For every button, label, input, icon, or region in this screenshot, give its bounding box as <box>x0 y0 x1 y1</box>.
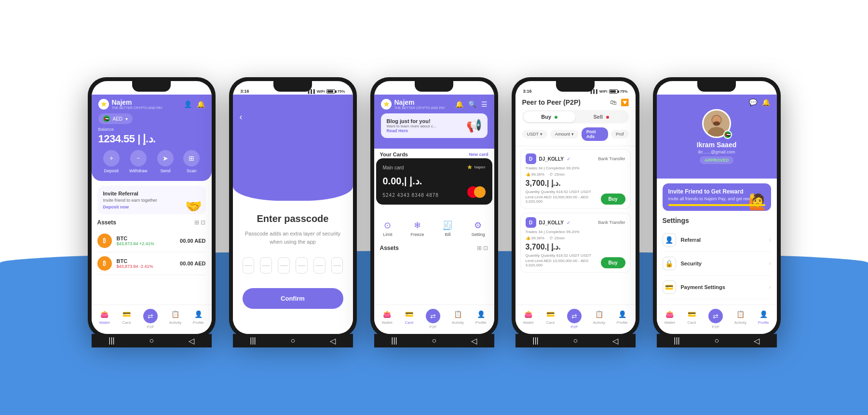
nav-profile-1[interactable]: 👤 Profile <box>193 309 204 329</box>
nav-card-5[interactable]: 💳 Card <box>686 309 697 329</box>
dot-5[interactable]: — <box>313 257 326 274</box>
nav-card-1[interactable]: 💳 Card <box>121 309 132 329</box>
wallet-nav-icon-5: 👛 <box>664 309 675 319</box>
amount-filter[interactable]: Amount ▾ <box>550 130 579 138</box>
sell-tab[interactable]: Sell <box>575 111 627 122</box>
usdt-filter[interactable]: USDT ▾ <box>522 130 548 138</box>
dot-2[interactable]: — <box>260 257 272 274</box>
dot-3[interactable]: — <box>278 257 290 274</box>
p3-assets-icons[interactable]: ⊞ ⊡ <box>477 245 488 251</box>
buy-tab[interactable]: Buy <box>524 111 576 122</box>
nav-p2p-4[interactable]: ⇄ P2P <box>567 309 582 329</box>
limit-icon: ⊙ <box>384 220 391 231</box>
limit-btn[interactable]: ⊙ Limit <box>383 220 392 237</box>
freeze-btn[interactable]: ❄ Freeze <box>410 220 424 237</box>
seller-info-1: D DJ_KOLLY ✓ <box>526 153 570 164</box>
status-right-5: ▐▐▐ WiFi 70% <box>731 89 769 94</box>
p2p-nav-icon-1: ⇄ <box>143 309 158 323</box>
person-icon-1[interactable]: 👤 <box>184 100 192 108</box>
settings-referral[interactable]: 👤 Referral › <box>663 228 771 252</box>
filter-icon[interactable]: 🔽 <box>621 98 629 106</box>
nav-activity-4[interactable]: 📋 Activity <box>593 309 605 329</box>
home-bar-3: ||| ○ ◁ <box>374 334 494 347</box>
battery-5 <box>750 89 759 94</box>
nav-profile-3[interactable]: 👤 Profile <box>475 309 487 329</box>
bottom-nav-3: 👛 Wallet 💳 Card ⇄ P2P 📋 Activity <box>374 304 494 334</box>
cards-header: ⭐ Najem THE BETTER CRYPTO AND PAY 🔔 🔍 ☰ <box>374 95 494 149</box>
new-card-btn[interactable]: New card <box>469 152 488 157</box>
settings-security[interactable]: 🔒 Security › <box>663 252 771 276</box>
nav-activity-1[interactable]: 📋 Activity <box>169 309 181 329</box>
trades-stat-1: Trades 34 | Completion 99.20% <box>526 166 580 170</box>
confirm-button[interactable]: Confirm <box>243 288 343 309</box>
nav-activity-5[interactable]: 📋 Activity <box>734 309 746 329</box>
najem-logo-1: ⭐ <box>98 99 109 110</box>
settings-payment[interactable]: 💳 Payment Settings › <box>663 276 771 299</box>
activity-nav-icon-5: 📋 <box>735 309 746 319</box>
nav-card-4[interactable]: 💳 Card <box>545 309 556 329</box>
cards-body: Assets ⊞ ⊡ <box>374 241 494 304</box>
nav-profile-4[interactable]: 👤 Profile <box>617 309 628 329</box>
seller-name-2: DJ_KOLLY <box>539 220 564 225</box>
dot-1[interactable]: — <box>243 257 255 274</box>
scan-btn[interactable]: ⊞ Scan <box>183 150 200 173</box>
nav-wallet-4[interactable]: 👛 Wallet <box>523 309 533 329</box>
dot-6[interactable]: — <box>331 257 343 274</box>
btc-icon-2: ₿ <box>97 256 112 271</box>
menu-icon-3[interactable]: ☰ <box>481 100 488 108</box>
withdraw-btn[interactable]: － Withdraw <box>129 150 148 173</box>
post-ads-btn[interactable]: Post Ads <box>582 127 608 141</box>
chat-icon-5[interactable]: 💬 <box>749 98 757 106</box>
brand-sub-1: THE BETTER CRYPTO AND PAY <box>112 106 163 110</box>
thumbs-2: 👍 99.36% <box>526 236 544 240</box>
phone-wallet: 3:16 ▐▐▐▐ WiFi 75% ⭐ Najem <box>88 77 216 338</box>
deposit-btn[interactable]: ＋ Deposit <box>103 150 120 173</box>
bell-icon-3[interactable]: 🔔 <box>455 100 463 108</box>
nav-wallet-5[interactable]: 👛 Wallet <box>664 309 675 329</box>
assets-view-icons[interactable]: ⊞ ⊡ <box>194 219 205 226</box>
wallet-body: Invite Referral Invite friend to earn to… <box>92 181 212 304</box>
card-nav-icon-4: 💳 <box>545 309 556 319</box>
buy-btn-2[interactable]: Buy <box>601 257 625 268</box>
bag-icon[interactable]: 🛍 <box>610 98 617 106</box>
nav-wallet-1[interactable]: 👛 Wallet <box>99 309 109 329</box>
usdt-label: USDT <box>527 132 539 137</box>
nav-activity-3[interactable]: 📋 Activity <box>452 309 464 329</box>
phone-cards-inner: 3:16 ▐▐▐ WiFi 75% ⭐ Najem <box>374 81 494 334</box>
bank-transfer-1: Bank Transfer <box>598 156 625 161</box>
nav-card-3[interactable]: 💳 Card <box>404 309 414 329</box>
profile-nav-icon-4: 👤 <box>617 309 627 319</box>
profile-avatar-container: 🇦🇪 Ikram Saaed ikr.......@gmail.com APPR… <box>664 109 770 164</box>
chevron-down-icon: ▾ <box>125 116 128 122</box>
deposit-label: Deposit <box>104 168 119 173</box>
bill-btn[interactable]: 🧾 Bill <box>442 220 453 237</box>
search-icon-3[interactable]: 🔍 <box>468 100 476 108</box>
nav-wallet-3[interactable]: 👛 Wallet <box>381 309 392 329</box>
security-label: Security <box>681 261 702 266</box>
back-arrow[interactable]: ‹ <box>240 112 243 122</box>
seller-name-1: DJ_KOLLY <box>539 156 564 162</box>
buy-btn-1[interactable]: Buy <box>601 194 625 205</box>
dot-4[interactable]: — <box>296 257 308 274</box>
sell-dot <box>606 116 609 119</box>
listing-limit-2: Limit Limit AED 10,000,000.00 - AED 3,02… <box>526 259 601 267</box>
setting-btn[interactable]: ⚙ Setting <box>471 220 485 237</box>
setting-icon: ⚙ <box>474 220 482 231</box>
bell-icon-5[interactable]: 🔔 <box>762 98 770 106</box>
send-btn[interactable]: ➤ Send <box>157 150 174 173</box>
wallet-header: ⭐ Najem THE BETTER CRYPTO AND PAY 👤 🔔 <box>92 95 212 181</box>
currency-selector[interactable]: 🇦🇪 AED ▾ <box>98 113 133 124</box>
home-bar-2: ||| ○ ◁ <box>233 334 353 347</box>
nav-p2p-3[interactable]: ⇄ P2P <box>426 309 440 329</box>
nav-profile-5[interactable]: 👤 Profile <box>758 309 769 329</box>
status-time-1: 3:16 <box>99 89 108 94</box>
invite-illustration: 🤝 <box>185 198 202 214</box>
filter-row: USDT ▾ Amount ▾ Post Ads Prof <box>522 127 629 141</box>
prof-btn[interactable]: Prof <box>611 130 629 138</box>
passcode-header: ‹ <box>233 95 353 201</box>
passcode-subtitle: Passcode adds an extra layer of security… <box>243 230 343 246</box>
banner-link[interactable]: Read Here <box>387 128 436 133</box>
nav-p2p-1[interactable]: ⇄ P2P <box>143 309 158 329</box>
nav-p2p-5[interactable]: ⇄ P2P <box>708 309 723 329</box>
bell-icon-1[interactable]: 🔔 <box>197 100 205 108</box>
